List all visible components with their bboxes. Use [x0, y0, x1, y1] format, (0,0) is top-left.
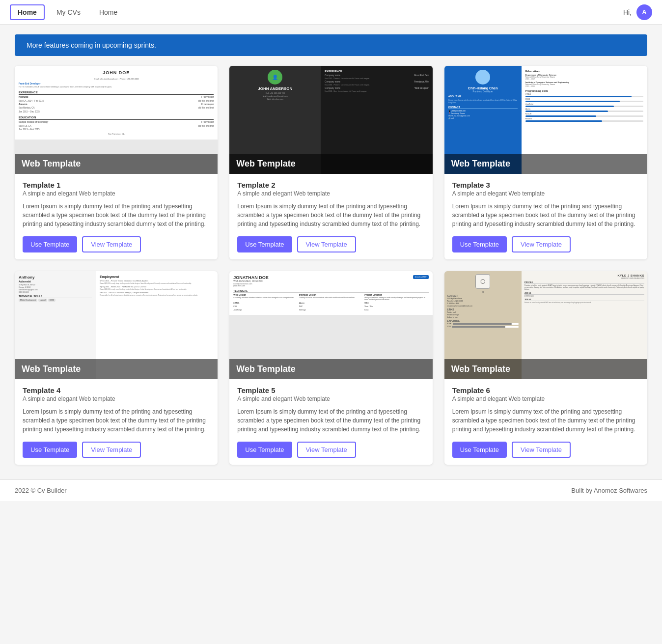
- card-actions-5: Use Template View Template: [237, 442, 424, 458]
- use-template-button-4[interactable]: Use Template: [23, 442, 77, 458]
- card-title-5: Template 5: [237, 386, 424, 394]
- card-desc-2: Lorem Ipsum is simply dummy text of the …: [237, 202, 424, 228]
- view-template-button-3[interactable]: View Template: [512, 236, 571, 252]
- card-actions-2: Use Template View Template: [237, 236, 424, 252]
- template-card-6: ⬡ kj CONTACT 123 My Place Drive New York…: [444, 271, 647, 465]
- template-card-3: Chih-Hsiang Chen Front-end Developer ABO…: [444, 66, 647, 259]
- card-title-6: Template 6: [452, 386, 639, 394]
- card-body-2: Template 2 A simple and elegant Web temp…: [229, 174, 432, 259]
- card-subtitle-1: A simple and elegant Web template: [23, 190, 210, 197]
- view-template-button-6[interactable]: View Template: [512, 442, 571, 458]
- card-actions-3: Use Template View Template: [452, 236, 639, 252]
- card-title-2: Template 2: [237, 181, 424, 189]
- use-template-button-2[interactable]: Use Template: [237, 236, 292, 252]
- use-template-button-3[interactable]: Use Template: [452, 236, 507, 252]
- view-template-button-2[interactable]: View Template: [297, 236, 356, 252]
- template-preview-label-3: Web Template: [444, 154, 647, 174]
- card-body-6: Template 6 A simple and elegant Web temp…: [444, 379, 647, 465]
- card-actions-6: Use Template View Template: [452, 442, 639, 458]
- use-template-button-5[interactable]: Use Template: [237, 442, 292, 458]
- card-actions-4: Use Template View Template: [23, 442, 210, 458]
- card-body-4: Template 4 A simple and elegant Web temp…: [15, 379, 218, 465]
- template-card-4: Anthony Adamski 33 Wyndham St, Ste 620 C…: [15, 271, 218, 465]
- card-subtitle-2: A simple and elegant Web template: [237, 190, 424, 197]
- card-subtitle-3: A simple and elegant Web template: [452, 190, 639, 197]
- card-actions-1: Use Template View Template: [23, 236, 210, 252]
- view-template-button-5[interactable]: View Template: [297, 442, 356, 458]
- template-preview-6: ⬡ kj CONTACT 123 My Place Drive New York…: [444, 271, 647, 379]
- banner: More features coming in upcoming sprints…: [15, 34, 647, 56]
- template-card-2: 👤 JOHN ANDERSON Call: +94 123 456 789 Ma…: [229, 66, 432, 259]
- banner-text: More features coming in upcoming sprints…: [27, 41, 156, 49]
- template-preview-2: 👤 JOHN ANDERSON Call: +94 123 456 789 Ma…: [229, 66, 432, 174]
- card-title-4: Template 4: [23, 386, 210, 394]
- nav-right: Hi, A: [623, 4, 652, 20]
- card-body-3: Template 3 A simple and elegant Web temp…: [444, 174, 647, 259]
- card-subtitle-6: A simple and elegant Web template: [452, 395, 639, 402]
- template-grid: JOHN DOE Email: john.doe@gmail.com | Pho…: [0, 66, 662, 479]
- use-template-button-6[interactable]: Use Template: [452, 442, 507, 458]
- card-desc-1: Lorem Ipsum is simply dummy text of the …: [23, 202, 210, 228]
- card-body-5: Template 5 A simple and elegant Web temp…: [229, 379, 432, 465]
- view-template-button-4[interactable]: View Template: [82, 442, 141, 458]
- navbar: Home My CVs Home Hi, A: [0, 0, 662, 25]
- nav-mycvs[interactable]: My CVs: [50, 5, 87, 19]
- template-preview-4: Anthony Adamski 33 Wyndham St, Ste 620 C…: [15, 271, 218, 379]
- card-body-1: Template 1 A simple and elegant Web temp…: [15, 174, 218, 259]
- card-subtitle-5: A simple and elegant Web template: [237, 395, 424, 402]
- template-preview-3: Chih-Hsiang Chen Front-end Developer ABO…: [444, 66, 647, 174]
- nav-home[interactable]: Home: [10, 4, 45, 20]
- template-card-1: JOHN DOE Email: john.doe@gmail.com | Pho…: [15, 66, 218, 259]
- card-title-1: Template 1: [23, 181, 210, 189]
- template-preview-1: JOHN DOE Email: john.doe@gmail.com | Pho…: [15, 66, 218, 174]
- card-desc-5: Lorem Ipsum is simply dummy text of the …: [237, 407, 424, 434]
- footer-left: 2022 © Cv Builder: [15, 487, 67, 494]
- card-desc-6: Lorem Ipsum is simply dummy text of the …: [452, 407, 639, 434]
- nav-greeting: Hi,: [623, 8, 632, 16]
- avatar[interactable]: A: [636, 4, 652, 20]
- template-preview-label-2: Web Template: [229, 154, 432, 174]
- template-preview-label-1: Web Template: [15, 154, 218, 174]
- template-preview-label-6: Web Template: [444, 359, 647, 379]
- template-preview-label-4: Web Template: [15, 359, 218, 379]
- template-preview-5: JONATHAN DOE WEB DESIGNER, DIRECTOR name…: [229, 271, 432, 379]
- card-desc-3: Lorem Ipsum is simply dummy text of the …: [452, 202, 639, 228]
- use-template-button-1[interactable]: Use Template: [23, 236, 77, 252]
- card-desc-4: Lorem Ipsum is simply dummy text of the …: [23, 407, 210, 434]
- card-subtitle-4: A simple and elegant Web template: [23, 395, 210, 402]
- nav-home2[interactable]: Home: [92, 5, 124, 19]
- footer-right: Built by Anomoz Softwares: [571, 487, 647, 494]
- view-template-button-1[interactable]: View Template: [82, 236, 141, 252]
- template-card-5: JONATHAN DOE WEB DESIGNER, DIRECTOR name…: [229, 271, 432, 465]
- footer: 2022 © Cv Builder Built by Anomoz Softwa…: [0, 479, 662, 501]
- template-preview-label-5: Web Template: [229, 359, 432, 379]
- card-title-3: Template 3: [452, 181, 639, 189]
- nav-links: Home My CVs Home: [10, 4, 623, 20]
